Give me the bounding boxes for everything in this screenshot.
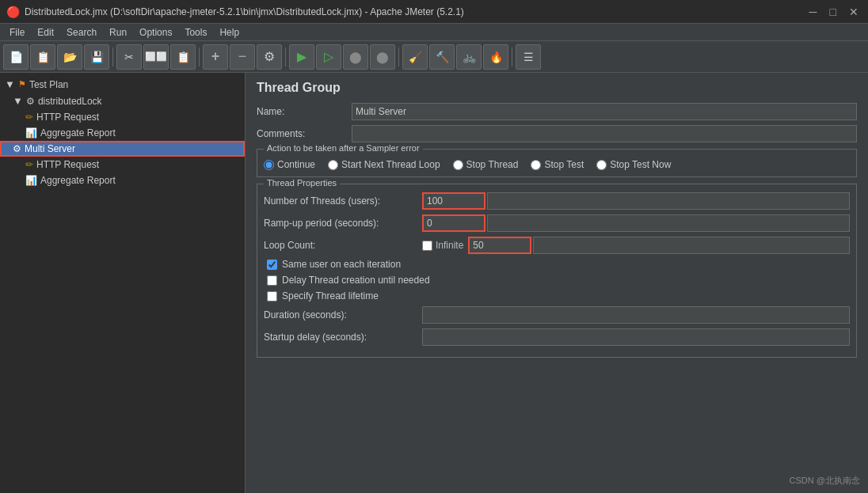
sidebar-item-label-aggregate1: Aggregate Report bbox=[40, 127, 116, 138]
toolbar: 📄 📋 📂 💾 ✂ ⬜⬜ 📋 + − ⚙ ▶ ▷ ⬤ ⬤ 🧹 🔨 🚲 🔥 ☰ bbox=[0, 41, 868, 73]
radio-next-loop-label: Start Next Thread Loop bbox=[341, 159, 440, 170]
sidebar-item-distributedlock[interactable]: ▼ ⚙ distributedLock bbox=[0, 93, 245, 109]
sidebar-item-label-testplan: Test Plan bbox=[29, 79, 68, 90]
menu-run[interactable]: Run bbox=[103, 25, 133, 40]
same-user-checkbox[interactable] bbox=[267, 260, 277, 270]
toolbar-run-alt[interactable]: ▷ bbox=[316, 44, 341, 70]
radio-continue-input[interactable] bbox=[264, 160, 274, 170]
watermark: CSDN @北执南念 bbox=[790, 475, 860, 487]
minimize-button[interactable]: ─ bbox=[806, 6, 820, 18]
menu-file[interactable]: File bbox=[3, 25, 31, 40]
delay-thread-label: Delay Thread creation until needed bbox=[282, 275, 430, 286]
radio-stop-thread[interactable]: Stop Thread bbox=[453, 159, 519, 170]
duration-input[interactable] bbox=[422, 306, 850, 324]
infinite-checkbox-label[interactable]: Infinite bbox=[422, 240, 463, 251]
sidebar-item-http1[interactable]: ✏ HTTP Request bbox=[0, 109, 245, 125]
sidebar-item-testplan[interactable]: ▼ ⚑ Test Plan bbox=[0, 76, 245, 93]
toolbar-add[interactable]: + bbox=[203, 44, 228, 70]
distributedlock-expand-icon: ▼ bbox=[13, 95, 23, 107]
toolbar-new[interactable]: 📄 bbox=[3, 44, 29, 70]
toolbar-sep-4 bbox=[398, 47, 399, 66]
same-user-label: Same user on each iteration bbox=[282, 259, 401, 270]
threadgroup-icon: ⚙ bbox=[26, 96, 35, 107]
specify-lifetime-row: Specify Thread lifetime bbox=[264, 290, 850, 301]
toolbar-cut[interactable]: ✂ bbox=[116, 44, 142, 70]
num-threads-row: Number of Threads (users): bbox=[264, 192, 850, 210]
toolbar-template[interactable]: 📋 bbox=[30, 44, 55, 70]
radio-stop-test-now-input[interactable] bbox=[596, 160, 607, 170]
sidebar-item-http2[interactable]: ✏ HTTP Request bbox=[0, 157, 245, 173]
toolbar-sep-2 bbox=[199, 47, 200, 66]
section-title: Thread Group bbox=[257, 81, 857, 95]
http2-icon: ✏ bbox=[25, 159, 33, 170]
toolbar-sep-5 bbox=[512, 47, 512, 66]
radio-stop-test-label: Stop Test bbox=[544, 159, 584, 170]
radio-continue-label: Continue bbox=[277, 159, 315, 170]
toolbar-list[interactable]: ☰ bbox=[516, 44, 541, 70]
toolbar-clear[interactable]: 🧹 bbox=[402, 44, 428, 70]
rampup-full-input[interactable] bbox=[487, 214, 850, 232]
action-radio-row: Continue Start Next Thread Loop Stop Thr… bbox=[264, 156, 850, 170]
startup-delay-label: Startup delay (seconds): bbox=[264, 332, 422, 343]
name-label: Name: bbox=[257, 106, 352, 117]
toolbar-run[interactable]: ▶ bbox=[289, 44, 314, 70]
sidebar-item-label-distributedlock: distributedLock bbox=[38, 96, 102, 107]
testplan-icon: ▼ bbox=[5, 78, 15, 90]
toolbar-open[interactable]: 📂 bbox=[57, 44, 82, 70]
aggregate2-icon: 📊 bbox=[25, 175, 37, 186]
close-button[interactable]: ✕ bbox=[846, 6, 862, 18]
radio-stop-test-input[interactable] bbox=[531, 160, 541, 170]
loop-count-label: Loop Count: bbox=[264, 240, 422, 251]
menu-help[interactable]: Help bbox=[213, 25, 246, 40]
toolbar-fire[interactable]: 🔥 bbox=[483, 44, 508, 70]
sidebar-item-aggregate1[interactable]: 📊 Aggregate Report bbox=[0, 125, 245, 141]
rampup-input[interactable] bbox=[422, 214, 485, 232]
menu-options[interactable]: Options bbox=[133, 25, 178, 40]
startup-delay-input[interactable] bbox=[422, 328, 850, 346]
radio-stop-thread-input[interactable] bbox=[453, 160, 463, 170]
comments-row: Comments: bbox=[257, 125, 857, 142]
loop-count-full-input[interactable] bbox=[533, 237, 850, 254]
num-threads-input[interactable] bbox=[422, 192, 485, 210]
radio-stop-test-now[interactable]: Stop Test Now bbox=[596, 159, 671, 170]
sidebar-item-aggregate2[interactable]: 📊 Aggregate Report bbox=[0, 173, 245, 188]
content-area: Thread Group Name: Comments: Action to b… bbox=[246, 73, 868, 493]
radio-next-loop[interactable]: Start Next Thread Loop bbox=[328, 159, 440, 170]
window-title: DistributedLock.jmx (D:\softDir\apache-j… bbox=[25, 6, 464, 17]
toolbar-copy[interactable]: ⬜⬜ bbox=[143, 44, 169, 70]
delay-thread-checkbox[interactable] bbox=[267, 275, 277, 286]
loop-count-input[interactable] bbox=[468, 237, 531, 254]
radio-next-loop-input[interactable] bbox=[328, 160, 338, 170]
sidebar: ▼ ⚑ Test Plan ▼ ⚙ distributedLock ✏ HTTP… bbox=[0, 73, 246, 493]
main-layout: ▼ ⚑ Test Plan ▼ ⚙ distributedLock ✏ HTTP… bbox=[0, 73, 868, 493]
comments-label: Comments: bbox=[257, 128, 352, 139]
toolbar-bike[interactable]: 🚲 bbox=[456, 44, 482, 70]
toolbar-settings[interactable]: ⚙ bbox=[257, 44, 282, 70]
menu-edit[interactable]: Edit bbox=[31, 25, 60, 40]
menu-search[interactable]: Search bbox=[60, 25, 103, 40]
num-threads-full-input[interactable] bbox=[487, 192, 850, 210]
duration-label: Duration (seconds): bbox=[264, 309, 422, 320]
specify-lifetime-checkbox[interactable] bbox=[267, 291, 277, 301]
testplan-flag-icon: ⚑ bbox=[18, 79, 26, 89]
toolbar-hammer[interactable]: 🔨 bbox=[429, 44, 455, 70]
radio-continue[interactable]: Continue bbox=[264, 159, 315, 170]
menu-tools[interactable]: Tools bbox=[178, 25, 213, 40]
http1-icon: ✏ bbox=[25, 112, 33, 123]
maximize-button[interactable]: □ bbox=[827, 6, 839, 18]
toolbar-stop1[interactable]: ⬤ bbox=[343, 44, 368, 70]
toolbar-remove[interactable]: − bbox=[230, 44, 255, 70]
infinite-checkbox[interactable] bbox=[422, 241, 432, 251]
menu-bar: File Edit Search Run Options Tools Help bbox=[0, 24, 868, 41]
sidebar-item-label-aggregate2: Aggregate Report bbox=[40, 175, 116, 186]
same-user-row: Same user on each iteration bbox=[264, 259, 850, 270]
name-input[interactable] bbox=[352, 103, 857, 120]
toolbar-stop2[interactable]: ⬤ bbox=[370, 44, 395, 70]
sidebar-item-multiserver[interactable]: ⚙ Multi Server bbox=[0, 141, 245, 157]
radio-stop-test[interactable]: Stop Test bbox=[531, 159, 584, 170]
toolbar-paste[interactable]: 📋 bbox=[170, 44, 196, 70]
toolbar-save[interactable]: 💾 bbox=[84, 44, 109, 70]
comments-input[interactable] bbox=[352, 125, 857, 142]
loop-count-row: Loop Count: Infinite bbox=[264, 237, 850, 254]
thread-properties-box: Thread Properties Number of Threads (use… bbox=[257, 184, 857, 358]
